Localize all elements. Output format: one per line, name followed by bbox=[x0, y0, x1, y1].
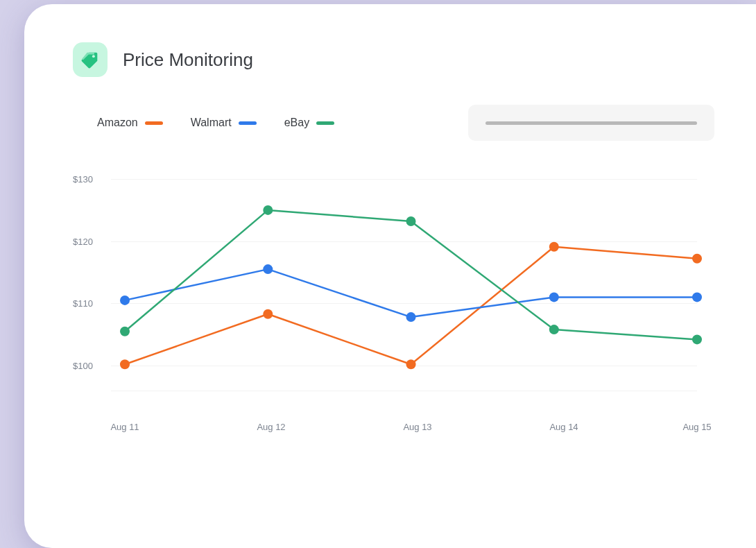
data-point[interactable] bbox=[692, 254, 702, 264]
page-title: Price Monitoring bbox=[123, 49, 253, 71]
legend-label: eBay bbox=[284, 117, 309, 129]
x-tick: Aug 11 bbox=[110, 422, 139, 432]
x-tick: Aug 13 bbox=[403, 422, 431, 432]
data-point[interactable] bbox=[120, 359, 130, 369]
price-tag-icon bbox=[73, 42, 108, 77]
legend-item-walmart[interactable]: Walmart bbox=[191, 117, 257, 129]
data-point[interactable] bbox=[120, 327, 130, 336]
x-tick: Aug 14 bbox=[549, 422, 578, 432]
data-point[interactable] bbox=[263, 309, 273, 319]
data-point[interactable] bbox=[549, 292, 559, 302]
legend-swatch bbox=[239, 121, 257, 125]
gridline bbox=[111, 391, 697, 391]
data-point[interactable] bbox=[692, 292, 702, 302]
legend-swatch bbox=[316, 121, 334, 125]
y-tick: $130 bbox=[73, 174, 104, 185]
data-point[interactable] bbox=[406, 359, 416, 369]
data-point[interactable] bbox=[549, 325, 559, 334]
y-tick: $110 bbox=[73, 298, 104, 309]
y-tick: $100 bbox=[73, 361, 104, 371]
placeholder-line bbox=[486, 121, 697, 125]
filter-placeholder-box[interactable] bbox=[468, 105, 714, 141]
series-line-amazon bbox=[125, 247, 697, 365]
svg-point-0 bbox=[92, 55, 95, 58]
controls-row: Amazon Walmart eBay bbox=[73, 105, 714, 141]
x-tick: Aug 12 bbox=[257, 422, 285, 432]
data-point[interactable] bbox=[406, 312, 416, 322]
legend-label: Amazon bbox=[97, 117, 138, 129]
legend-label: Walmart bbox=[191, 117, 232, 129]
data-point[interactable] bbox=[692, 334, 702, 344]
legend-swatch bbox=[145, 121, 163, 125]
data-point[interactable] bbox=[406, 216, 416, 226]
chart-legend: Amazon Walmart eBay bbox=[97, 117, 334, 129]
data-point[interactable] bbox=[120, 296, 130, 305]
legend-item-ebay[interactable]: eBay bbox=[284, 117, 334, 129]
data-point[interactable] bbox=[263, 205, 273, 215]
x-tick: Aug 15 bbox=[682, 422, 711, 432]
data-point[interactable] bbox=[549, 242, 559, 252]
price-chart: $130 $120 $110 $100 Aug 11 Aug 12 Aug 13… bbox=[73, 169, 697, 432]
legend-item-amazon[interactable]: Amazon bbox=[97, 117, 163, 129]
data-point[interactable] bbox=[263, 264, 273, 274]
chart-plot-area bbox=[111, 179, 697, 391]
series-line-walmart bbox=[125, 269, 697, 317]
card-header: Price Monitoring bbox=[73, 42, 714, 77]
dashboard-card: Price Monitoring Amazon Walmart eBay $13… bbox=[24, 4, 756, 548]
y-tick: $120 bbox=[73, 237, 104, 247]
